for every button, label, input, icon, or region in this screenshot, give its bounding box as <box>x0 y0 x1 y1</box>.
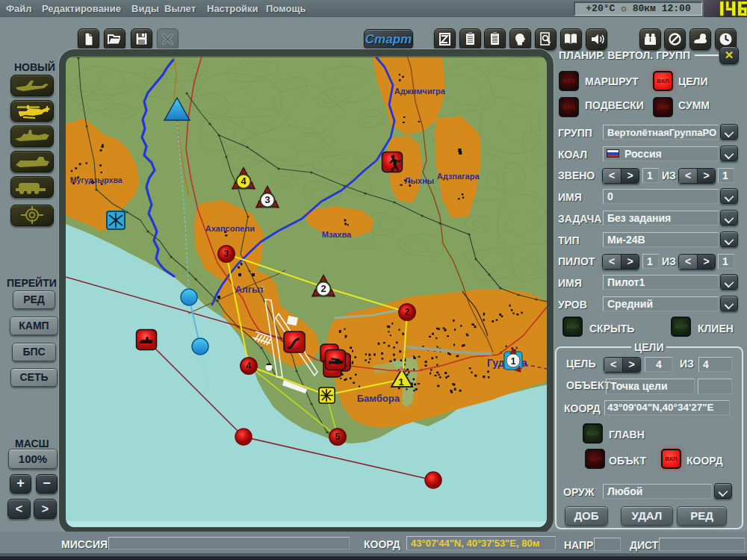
svg-text:4: 4 <box>247 361 252 371</box>
svg-text:Мугудзырхва: Мугудзырхва <box>70 175 123 184</box>
svg-text:Лыхны: Лыхны <box>405 176 434 185</box>
svg-text:5: 5 <box>335 432 341 442</box>
svg-text:2: 2 <box>405 307 410 317</box>
svg-text:Ахапсопели: Ахапсопели <box>205 224 255 233</box>
svg-text:Аджимчигра: Аджимчигра <box>394 87 446 96</box>
svg-text:1: 1 <box>398 376 403 388</box>
svg-text:Бамбора: Бамбора <box>357 393 400 404</box>
svg-text:Алгыт: Алгыт <box>235 284 264 295</box>
svg-text:3: 3 <box>224 249 229 259</box>
svg-text:Адзпагара: Адзпагара <box>437 172 480 181</box>
svg-text:3: 3 <box>264 194 270 205</box>
svg-text:2: 2 <box>320 283 326 294</box>
svg-text:Мзахва: Мзахва <box>322 230 352 239</box>
svg-text:1: 1 <box>511 356 516 367</box>
svg-text:4: 4 <box>241 175 247 187</box>
